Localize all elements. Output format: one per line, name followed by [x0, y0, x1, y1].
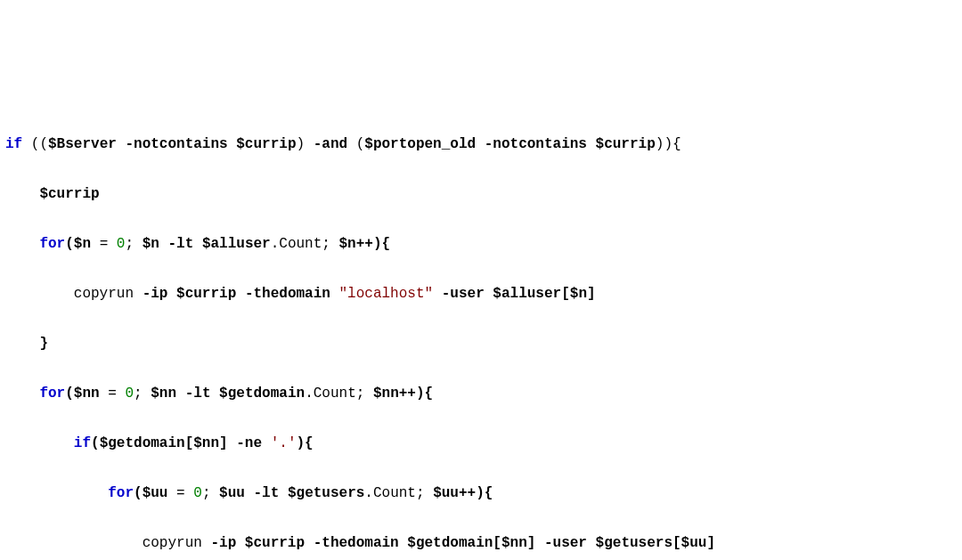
operator: -ne: [236, 435, 262, 451]
variable: $n: [74, 236, 91, 252]
keyword-for: for: [39, 386, 65, 402]
variable: $uu: [681, 535, 707, 551]
variable: $currip: [236, 136, 296, 152]
variable: $n: [143, 236, 159, 252]
variable: $getdomain: [100, 435, 185, 451]
variable: $n++: [339, 236, 373, 252]
code-line: for($nn = 0; $nn -lt $getdomain.Count; $…: [5, 381, 957, 406]
parameter: -ip: [143, 286, 168, 302]
code-line: for($uu = 0; $uu -lt $getusers.Count; $u…: [5, 481, 957, 506]
variable: $nn: [193, 435, 219, 451]
variable: $uu++: [433, 485, 476, 501]
variable: $nn: [501, 535, 527, 551]
variable: $alluser: [202, 236, 271, 252]
keyword-for: for: [39, 236, 65, 252]
operator: -and: [314, 136, 347, 152]
code-line: $currip: [5, 182, 957, 207]
number: 0: [193, 485, 202, 501]
variable: $alluser: [493, 286, 561, 302]
parameter: -thedomain: [245, 286, 330, 302]
variable: $uu: [219, 485, 245, 501]
variable: $currip: [596, 136, 656, 152]
operator: -lt: [254, 485, 280, 501]
variable: $Bserver: [48, 136, 117, 152]
code-editor[interactable]: if (($Bserver -notcontains $currip) -and…: [5, 107, 957, 560]
number: 0: [125, 386, 134, 402]
variable: $getdomain: [219, 386, 305, 402]
variable: $currip: [39, 186, 99, 202]
parameter: -user: [544, 535, 587, 551]
variable: $portopen_old: [364, 136, 476, 152]
function-call: copyrun: [74, 286, 143, 302]
code-line: }: [5, 331, 957, 356]
parameter: -thedomain: [314, 535, 399, 551]
variable: $getusers: [596, 535, 673, 551]
variable: $nn++: [373, 386, 416, 402]
variable: $currip: [176, 286, 236, 302]
code-line: if (($Bserver -notcontains $currip) -and…: [5, 132, 957, 157]
string: '.': [271, 435, 297, 451]
code-line: for($n = 0; $n -lt $alluser.Count; $n++)…: [5, 231, 957, 256]
variable: $n: [570, 286, 587, 302]
code-line: if($getdomain[$nn] -ne '.'){: [5, 431, 957, 456]
keyword-for: for: [108, 485, 134, 501]
parameter: -ip: [210, 535, 236, 551]
variable: $currip: [245, 535, 305, 551]
code-line: copyrun -ip $currip -thedomain $getdomai…: [5, 531, 957, 556]
operator: -lt: [167, 236, 193, 252]
code-line: copyrun -ip $currip -thedomain "localhos…: [5, 281, 957, 306]
keyword-if: if: [74, 435, 91, 451]
parameter: -user: [442, 286, 485, 302]
variable: $getusers: [288, 485, 364, 501]
operator: -lt: [185, 386, 211, 402]
variable: $uu: [143, 485, 168, 501]
operator: -notcontains: [485, 136, 587, 152]
variable: $nn: [151, 386, 176, 402]
keyword-if: if: [5, 136, 22, 152]
number: 0: [117, 236, 126, 252]
function-call: copyrun: [143, 535, 211, 551]
operator: -notcontains: [125, 136, 227, 152]
variable: $getdomain: [407, 535, 493, 551]
variable: $nn: [74, 386, 100, 402]
string: "localhost": [339, 286, 434, 302]
brace: }: [39, 336, 48, 352]
